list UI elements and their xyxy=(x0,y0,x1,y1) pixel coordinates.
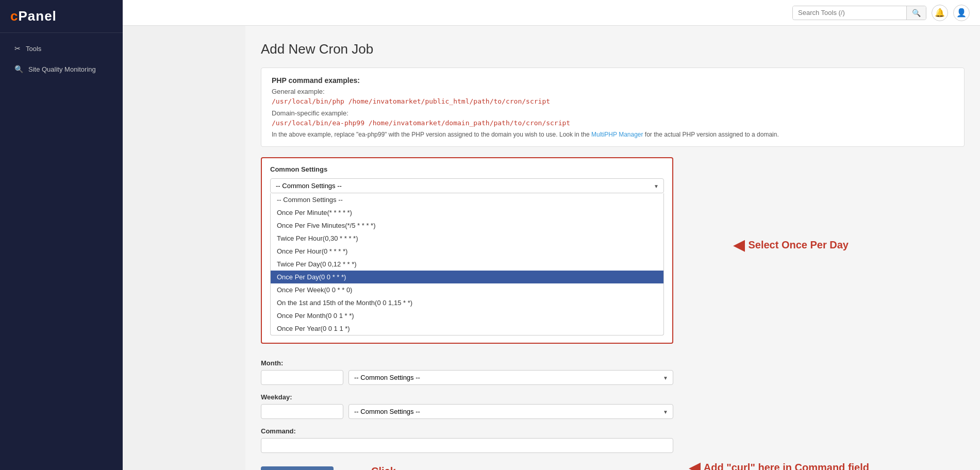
add-new-cron-job-button[interactable]: Add New Cron Job xyxy=(261,466,334,470)
month-text-input[interactable] xyxy=(261,370,343,385)
notifications-icon[interactable]: 🔔 xyxy=(932,5,948,21)
add-button-container: Add New Cron Job ◀ Click on - Add New Cr… xyxy=(261,461,334,470)
search-wrapper: 🔍 xyxy=(792,6,926,20)
sidebar-item-tools-label: Tools xyxy=(26,45,41,53)
option-once-per-five-minutes[interactable]: Once Per Five Minutes(*/5 * * * *) xyxy=(271,219,663,232)
page-title: Add New Cron Job xyxy=(261,41,965,57)
annotation-curl: ◀ Add "curl" here in Command field xyxy=(689,460,869,470)
option-on-1st-15th[interactable]: On the 1st and 15th of the Month(0 0 1,1… xyxy=(271,296,663,309)
weekday-field-row: Weekday: -- Common Settings -- xyxy=(261,393,673,419)
php-examples-note: In the above example, replace "ea-php99"… xyxy=(272,131,954,138)
logo-c: c xyxy=(10,8,18,24)
option-common-settings[interactable]: -- Common Settings -- xyxy=(271,193,663,206)
note-before-text: In the above example, replace "ea-php99"… xyxy=(272,131,591,138)
fields-section: Month: -- Common Settings -- Weekday: --… xyxy=(261,359,673,470)
option-once-per-week[interactable]: Once Per Week(0 0 * * 0) xyxy=(271,283,663,296)
annotation-click-text: Click on - Add New Cron Job xyxy=(371,465,396,470)
command-label: Command: xyxy=(261,427,673,435)
annotation-click: ◀ Click on - Add New Cron Job xyxy=(356,465,396,470)
topbar: 🔍 🔔 👤 xyxy=(123,0,980,26)
search-button[interactable]: 🔍 xyxy=(906,6,926,20)
weekday-label: Weekday: xyxy=(261,393,673,401)
general-example-code: /usr/local/bin/php /home/invatomarket/pu… xyxy=(272,97,954,105)
main-content: Add New Cron Job PHP command examples: G… xyxy=(245,26,980,470)
sidebar-logo: cPanel xyxy=(0,0,123,33)
weekday-field-group: -- Common Settings -- xyxy=(261,404,673,419)
dropdown-list: -- Common Settings -- Once Per Minute(* … xyxy=(270,193,664,335)
option-once-per-year[interactable]: Once Per Year(0 0 1 1 *) xyxy=(271,322,663,335)
multiphp-manager-link[interactable]: MultiPHP Manager xyxy=(591,131,643,138)
month-field-row: Month: -- Common Settings -- xyxy=(261,359,673,385)
month-label: Month: xyxy=(261,359,673,367)
option-twice-per-hour[interactable]: Twice Per Hour(0,30 * * * *) xyxy=(271,232,663,245)
sidebar-item-site-quality[interactable]: 🔍 Site Quality Monitoring xyxy=(4,60,119,78)
tools-icon: ✂ xyxy=(14,44,21,53)
common-settings-section: Common Settings -- Common Settings -- --… xyxy=(261,157,673,344)
sidebar: cPanel ✂ Tools 🔍 Site Quality Monitoring xyxy=(0,0,123,470)
option-once-per-day[interactable]: Once Per Day(0 0 * * *) xyxy=(271,271,663,283)
common-settings-label: Common Settings xyxy=(270,165,664,173)
command-input[interactable] xyxy=(261,438,673,453)
annotation-curl-text: Add "curl" here in Command field xyxy=(704,462,869,471)
site-quality-icon: 🔍 xyxy=(14,65,23,73)
common-settings-select[interactable]: -- Common Settings -- xyxy=(270,178,664,193)
user-icon[interactable]: 👤 xyxy=(953,5,970,21)
option-once-per-month[interactable]: Once Per Month(0 0 1 * *) xyxy=(271,309,663,322)
logo-text: cPanel xyxy=(10,8,57,24)
annotation-select-day: ◀ Select Once Per Day xyxy=(733,237,849,253)
month-select-wrapper: -- Common Settings -- xyxy=(348,370,673,385)
weekday-text-input[interactable] xyxy=(261,404,343,419)
option-once-per-minute[interactable]: Once Per Minute(* * * * *) xyxy=(271,206,663,219)
option-once-per-hour[interactable]: Once Per Hour(0 * * * *) xyxy=(271,245,663,258)
note-after-text: for the actual PHP version assigned to a… xyxy=(643,131,779,138)
search-input[interactable] xyxy=(793,6,906,19)
common-settings-select-wrapper: -- Common Settings -- xyxy=(270,178,664,193)
domain-example-label: Domain-specific example: xyxy=(272,109,954,117)
sidebar-item-tools[interactable]: ✂ Tools xyxy=(4,39,119,58)
sidebar-item-site-quality-label: Site Quality Monitoring xyxy=(28,65,96,73)
php-examples-heading: PHP command examples: xyxy=(272,76,954,85)
month-field-group: -- Common Settings -- xyxy=(261,370,673,385)
annotation-select-day-text: Select Once Per Day xyxy=(748,239,849,251)
arrow-curl: ◀ xyxy=(689,460,701,470)
weekday-select-wrapper: -- Common Settings -- xyxy=(348,404,673,419)
month-select[interactable]: -- Common Settings -- xyxy=(348,370,673,385)
arrow-select-day: ◀ xyxy=(733,237,745,253)
domain-example-code: /usr/local/bin/ea-php99 /home/invatomark… xyxy=(272,119,954,127)
logo-panel: Panel xyxy=(18,8,56,24)
general-example-label: General example: xyxy=(272,88,954,95)
weekday-select[interactable]: -- Common Settings -- xyxy=(348,404,673,419)
command-field-row: Command: xyxy=(261,427,673,453)
option-twice-per-day[interactable]: Twice Per Day(0 0,12 * * *) xyxy=(271,258,663,271)
php-examples-box: PHP command examples: General example: /… xyxy=(261,68,965,147)
